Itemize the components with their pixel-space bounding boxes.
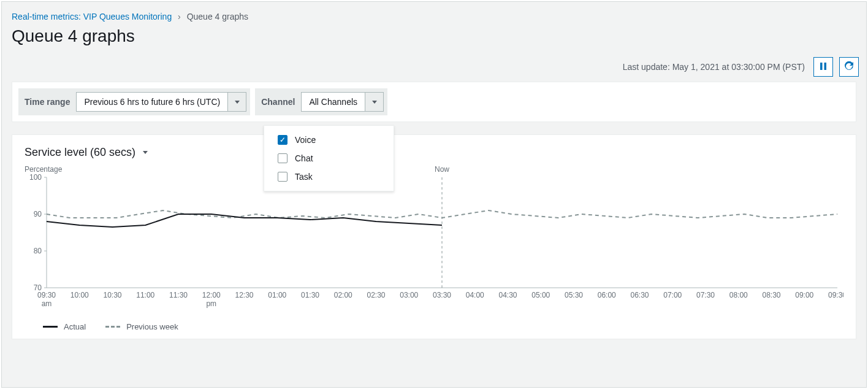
chevron-down-icon	[227, 93, 246, 111]
svg-rect-1	[824, 63, 827, 70]
time-range-select[interactable]: Previous 6 hrs to future 6 hrs (UTC)	[76, 92, 246, 112]
channel-dropdown: ✓ Voice Chat Task	[264, 125, 394, 191]
svg-text:04:00: 04:00	[466, 291, 484, 299]
legend-swatch-dashed	[105, 326, 120, 328]
svg-text:01:00: 01:00	[268, 291, 286, 299]
svg-text:06:30: 06:30	[630, 291, 649, 299]
y-axis-label: Percentage	[25, 165, 62, 174]
svg-text:03:00: 03:00	[400, 291, 418, 299]
svg-text:05:00: 05:00	[531, 291, 550, 299]
svg-text:07:30: 07:30	[696, 291, 715, 299]
svg-text:06:00: 06:00	[598, 291, 616, 299]
chevron-down-icon	[365, 93, 383, 111]
time-range-label: Time range	[22, 93, 72, 110]
svg-text:100: 100	[29, 173, 42, 182]
channel-option-label: Task	[295, 172, 313, 182]
line-chart: 70809010009:30am10:0010:3011:0011:3012:0…	[25, 166, 843, 314]
channel-option-voice[interactable]: ✓ Voice	[264, 131, 394, 149]
legend-actual: Actual	[43, 322, 86, 331]
chart-area: Percentage Now 70809010009:30am10:0010:3…	[25, 166, 843, 314]
svg-text:08:30: 08:30	[762, 291, 780, 299]
page-title: Queue 4 graphs	[12, 26, 856, 46]
svg-text:09:00: 09:00	[795, 291, 813, 299]
svg-text:90: 90	[34, 210, 42, 218]
channel-option-task[interactable]: Task	[264, 168, 394, 186]
time-range-filter: Time range Previous 6 hrs to future 6 hr…	[18, 88, 250, 115]
breadcrumb-current: Queue 4 graphs	[187, 12, 248, 21]
breadcrumb-parent-link[interactable]: Real-time metrics: VIP Queues Monitoring	[12, 12, 172, 21]
checkbox-icon	[278, 153, 287, 163]
channel-select[interactable]: All Channels	[301, 92, 384, 112]
channel-option-chat[interactable]: Chat	[264, 149, 394, 168]
pause-icon	[819, 62, 828, 72]
checkbox-checked-icon: ✓	[278, 135, 287, 145]
svg-rect-0	[820, 63, 823, 70]
svg-text:02:30: 02:30	[367, 291, 385, 299]
svg-text:10:00: 10:00	[70, 291, 89, 299]
now-marker-label: Now	[435, 165, 449, 174]
chart-panel: Service level (60 secs) Percentage Now 7…	[12, 134, 856, 339]
channel-option-label: Voice	[295, 135, 316, 145]
chevron-down-icon	[143, 151, 148, 154]
svg-text:12:30: 12:30	[235, 291, 253, 299]
chart-title-row[interactable]: Service level (60 secs)	[25, 146, 843, 159]
refresh-icon	[844, 61, 854, 73]
svg-text:02:00: 02:00	[334, 291, 352, 299]
breadcrumb: Real-time metrics: VIP Queues Monitoring…	[2, 2, 866, 24]
svg-text:04:30: 04:30	[498, 291, 517, 299]
filters-bar: Time range Previous 6 hrs to future 6 hr…	[12, 82, 856, 122]
svg-text:01:30: 01:30	[301, 291, 319, 299]
time-range-value: Previous 6 hrs to future 6 hrs (UTC)	[77, 97, 227, 107]
svg-text:pm: pm	[206, 299, 216, 308]
page-frame: Real-time metrics: VIP Queues Monitoring…	[1, 1, 867, 388]
svg-text:10:30: 10:30	[103, 291, 121, 299]
last-update-text: Last update: May 1, 2021 at 03:30:00 PM …	[623, 62, 805, 72]
chevron-right-icon: ›	[178, 12, 181, 21]
svg-text:80: 80	[34, 247, 42, 255]
svg-text:03:30: 03:30	[433, 291, 451, 299]
svg-text:11:30: 11:30	[169, 291, 188, 299]
legend-label: Actual	[64, 322, 86, 331]
svg-text:am: am	[42, 299, 52, 308]
svg-text:12:00: 12:00	[202, 291, 221, 299]
pause-button[interactable]	[813, 57, 833, 77]
svg-text:09:30: 09:30	[37, 291, 56, 299]
legend-swatch-solid	[43, 326, 58, 328]
refresh-button[interactable]	[839, 57, 859, 77]
status-row: Last update: May 1, 2021 at 03:30:00 PM …	[2, 57, 866, 82]
chart-title: Service level (60 secs)	[25, 146, 135, 159]
legend-previous-week: Previous week	[105, 322, 178, 331]
svg-text:05:30: 05:30	[565, 291, 583, 299]
channel-option-label: Chat	[295, 153, 313, 163]
svg-text:09:30: 09:30	[828, 291, 843, 299]
checkbox-icon	[278, 172, 287, 182]
svg-text:07:00: 07:00	[663, 291, 682, 299]
chart-legend: Actual Previous week	[25, 322, 843, 331]
svg-text:08:00: 08:00	[729, 291, 748, 299]
svg-text:11:00: 11:00	[136, 291, 154, 299]
channel-value: All Channels	[302, 97, 365, 107]
channel-filter: Channel All Channels	[255, 88, 387, 115]
legend-label: Previous week	[126, 322, 178, 331]
channel-label: Channel	[259, 93, 297, 110]
